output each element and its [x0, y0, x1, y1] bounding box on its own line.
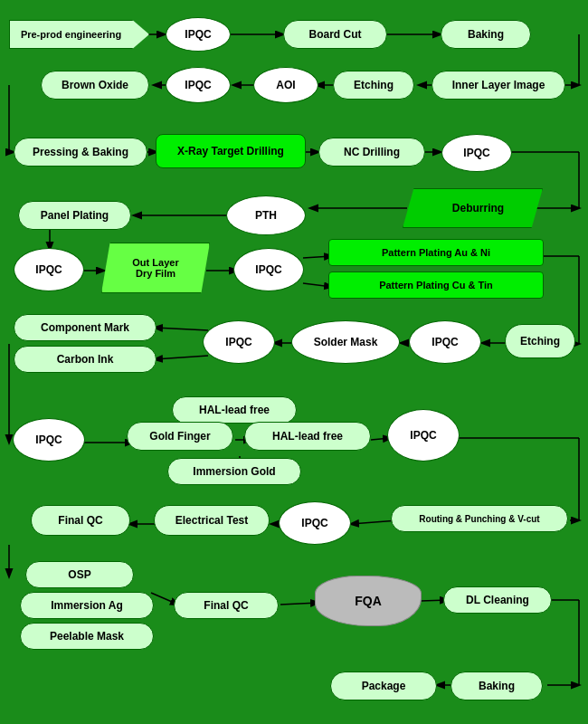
pattern-au-node: Pattern Plating Au & Ni [328, 239, 544, 266]
board-cut-label: Board Cut [309, 28, 362, 41]
ipqc-5-label: IPQC [255, 263, 281, 276]
ipqc-6-label: IPQC [225, 336, 251, 348]
ipqc-7-label: IPQC [432, 336, 458, 348]
carbon-ink-label: Carbon Ink [57, 353, 114, 366]
ipqc-9-node: IPQC [387, 409, 460, 462]
final-qc-1-label: Final QC [58, 514, 102, 527]
etching-1-label: Etching [354, 79, 394, 91]
component-mark-node: Component Mark [14, 314, 156, 341]
osp-label: OSP [68, 568, 90, 581]
routing-node: Routing & Punching & V-cut [391, 505, 568, 532]
gold-finger-node: Gold Finger [127, 422, 233, 451]
peelable-node: Peelable Mask [20, 623, 154, 650]
baking-2-label: Baking [479, 680, 515, 692]
hal-lead-2-node: HAL-lead free [244, 422, 371, 451]
carbon-ink-node: Carbon Ink [14, 346, 156, 373]
hal-lead-1-node: HAL-lead free [172, 396, 297, 424]
aoi-label: AOI [276, 79, 295, 91]
aoi-node: AOI [253, 67, 318, 103]
pth-node: PTH [226, 195, 306, 235]
deburring-node: Deburring [403, 188, 543, 228]
ipqc-2-node: IPQC [166, 67, 231, 103]
pattern-cu-node: Pattern Plating Cu & Tin [328, 272, 544, 299]
fqa-label: FQA [355, 594, 382, 608]
pressing-label: Pressing & Baking [33, 146, 128, 158]
hal-lead-1-label: HAL-lead free [199, 404, 270, 416]
panel-plating-node: Panel Plating [18, 201, 131, 230]
out-layer-node: Out Layer Dry Film [101, 243, 210, 293]
etching-2-node: Etching [505, 324, 575, 358]
pth-label: PTH [255, 209, 277, 222]
baking-1-label: Baking [468, 28, 504, 41]
package-label: Package [362, 680, 406, 692]
component-mark-label: Component Mark [41, 321, 129, 334]
solder-mask-label: Solder Mask [314, 336, 378, 348]
etching-1-node: Etching [333, 71, 414, 100]
ipqc-4-label: IPQC [35, 263, 62, 276]
pattern-cu-label: Pattern Plating Cu & Tin [379, 280, 493, 291]
immersion-ag-node: Immersion Ag [20, 592, 154, 619]
ipqc-8-label: IPQC [35, 433, 62, 446]
package-node: Package [330, 672, 437, 700]
electrical-test-node: Electrical Test [154, 505, 270, 536]
final-qc-2-label: Final QC [204, 599, 248, 612]
ipqc-4-node: IPQC [14, 248, 84, 291]
pattern-au-label: Pattern Plating Au & Ni [382, 247, 490, 258]
electrical-test-label: Electrical Test [175, 514, 248, 527]
immersion-gold-label: Immersion Gold [193, 465, 275, 478]
pre-prod-label: Pre-prod engineering [21, 29, 128, 40]
final-qc-1-node: Final QC [31, 505, 130, 536]
out-layer-label: Out Layer Dry Film [132, 257, 178, 279]
panel-plating-label: Panel Plating [41, 209, 109, 222]
nc-drilling-node: NC Drilling [318, 138, 425, 167]
nc-drilling-label: NC Drilling [344, 146, 400, 158]
ipqc-5-node: IPQC [233, 248, 304, 291]
ipqc-3-label: IPQC [463, 147, 489, 159]
etching-2-label: Etching [520, 335, 560, 348]
ipqc-3-node: IPQC [441, 134, 512, 172]
ipqc-6-node: IPQC [203, 320, 275, 364]
routing-label: Routing & Punching & V-cut [419, 514, 539, 524]
ipqc-10-node: IPQC [279, 501, 351, 545]
ipqc-9-label: IPQC [410, 429, 436, 442]
fqa-node: FQA [315, 576, 422, 626]
pre-prod-node: Pre-prod engineering [9, 20, 149, 49]
peelable-label: Peelable Mask [50, 630, 124, 643]
ipqc-1-label: IPQC [185, 28, 211, 41]
ipqc-2-label: IPQC [185, 79, 211, 91]
gold-finger-label: Gold Finger [149, 430, 210, 443]
brown-oxide-node: Brown Oxide [41, 71, 149, 100]
hal-lead-2-label: HAL-lead free [272, 430, 343, 443]
pressing-node: Pressing & Baking [14, 138, 147, 167]
baking-1-node: Baking [441, 20, 531, 49]
ipqc-8-node: IPQC [13, 418, 85, 462]
xray-node: X-Ray Target Drilling [156, 134, 306, 168]
final-qc-2-node: Final QC [174, 592, 279, 619]
svg-line-30 [155, 328, 208, 330]
solder-mask-node: Solder Mask [291, 320, 400, 364]
brown-oxide-label: Brown Oxide [62, 79, 128, 91]
svg-line-48 [280, 603, 318, 605]
immersion-gold-node: Immersion Gold [167, 458, 301, 485]
inner-layer-label: Inner Layer Image [452, 79, 545, 91]
inner-layer-node: Inner Layer Image [432, 71, 565, 100]
osp-node: OSP [25, 561, 134, 588]
deburring-label: Deburring [441, 202, 504, 214]
xray-label: X-Ray Target Drilling [177, 145, 284, 157]
baking-2-node: Baking [450, 672, 543, 700]
ipqc-1-node: IPQC [166, 17, 231, 52]
dl-cleaning-node: DL Cleaning [443, 586, 552, 614]
dl-cleaning-label: DL Cleaning [466, 594, 529, 606]
ipqc-7-node: IPQC [409, 320, 481, 364]
board-cut-node: Board Cut [283, 20, 387, 49]
immersion-ag-label: Immersion Ag [51, 599, 123, 612]
ipqc-10-label: IPQC [301, 517, 327, 529]
svg-line-31 [155, 356, 208, 359]
